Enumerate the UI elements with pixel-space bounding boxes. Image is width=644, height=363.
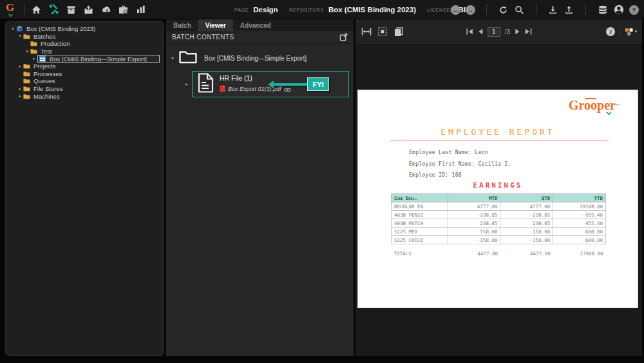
- main-nav: [31, 4, 146, 15]
- tree-item-production[interactable]: Production: [6, 40, 164, 48]
- tree-item-batch-selected[interactable]: ▸ Box [CMIS Binding—Simple Export]: [6, 55, 164, 63]
- topbar-divider: [585, 5, 586, 15]
- table-header-row: Code Desc. MTD QTD YTD: [392, 194, 606, 202]
- tree-item-projects[interactable]: ▸ Projects: [6, 63, 164, 70]
- title-rule: [390, 141, 609, 141]
- logo-text-oo: oo: [584, 98, 597, 112]
- selected-node-box[interactable]: Box [CMIS Binding—Simple Export]: [37, 55, 160, 63]
- expander-icon[interactable]: ▸: [31, 56, 37, 61]
- tree-item-machines[interactable]: ▸ Machines: [6, 92, 164, 100]
- upload-icon[interactable]: [564, 5, 574, 15]
- document-icon: [198, 73, 214, 95]
- open-in-new-icon[interactable]: [339, 33, 348, 41]
- tree-item-queues[interactable]: Queues: [6, 77, 164, 85]
- refresh-icon[interactable]: [498, 5, 509, 15]
- account-icon[interactable]: [613, 5, 624, 15]
- tree-item-label: Processes: [33, 70, 62, 77]
- pages-icon[interactable]: [393, 26, 404, 37]
- imports-icon[interactable]: [100, 4, 111, 15]
- tasks-icon[interactable]: [83, 4, 94, 15]
- cell: -238.85: [448, 211, 500, 219]
- back-icon[interactable]: ←: [451, 5, 460, 15]
- tree-item-file-stores[interactable]: ▸ File Stores: [6, 85, 164, 93]
- top-bar: G: [0, 0, 644, 19]
- expander-icon[interactable]: ▸: [17, 86, 23, 92]
- page-value[interactable]: Design: [253, 6, 278, 14]
- expander-icon[interactable]: ▾: [10, 26, 16, 32]
- info-icon[interactable]: i: [606, 27, 615, 36]
- pdf-icon: [220, 83, 225, 95]
- cell: -955.40: [553, 211, 606, 219]
- tree-item-batches[interactable]: ▾ Batches: [6, 33, 164, 41]
- search-icon[interactable]: [514, 5, 525, 15]
- stats-icon[interactable]: [135, 4, 146, 15]
- utility-bar: ← → ?: [451, 0, 639, 19]
- jobs-icon[interactable]: [118, 4, 129, 15]
- batches-icon[interactable]: [66, 4, 77, 15]
- cell: -150.00: [448, 228, 500, 236]
- tab-advanced[interactable]: Advanced: [233, 19, 278, 31]
- display-settings-icon[interactable]: ▾: [625, 28, 637, 36]
- folder-icon: [23, 78, 31, 84]
- expander-icon[interactable]: ▾: [24, 49, 30, 54]
- folder-icon: [178, 49, 198, 67]
- tree-item-test[interactable]: ▾ Test: [6, 48, 164, 55]
- grooper-logo[interactable]: G: [6, 2, 19, 17]
- database-icon[interactable]: [597, 5, 608, 15]
- next-page-icon[interactable]: [515, 28, 520, 35]
- tree-item-repository-root[interactable]: ▾ Box (CMIS Binding 2023): [6, 25, 164, 33]
- last-page-icon[interactable]: [524, 28, 532, 35]
- fyi-annotation: FYI: [268, 77, 329, 91]
- tree-item-processes[interactable]: Processes: [6, 70, 164, 78]
- previous-page-icon[interactable]: [478, 28, 483, 35]
- topbar-divider: [536, 5, 536, 15]
- logo-trademark: ™: [616, 103, 620, 107]
- select-region-icon[interactable]: [377, 26, 388, 37]
- logo-text: per: [597, 98, 616, 112]
- tab-viewer[interactable]: Viewer: [198, 19, 233, 31]
- forward-icon[interactable]: →: [466, 5, 475, 15]
- tree-item-label: Box (CMIS Binding 2023): [26, 25, 95, 32]
- tree-item-label: File Stores: [33, 85, 62, 92]
- col-ytd: YTD: [553, 194, 606, 202]
- expander-icon[interactable]: ▾: [17, 34, 23, 39]
- table-row: 403B MATCH 238.85 238.85 955.40: [392, 219, 606, 228]
- download-icon[interactable]: [547, 5, 558, 15]
- separator-dot: ·: [421, 6, 422, 14]
- expander-icon[interactable]: ▸: [17, 93, 23, 99]
- folder-icon: [30, 48, 38, 55]
- home-icon[interactable]: [31, 4, 42, 15]
- fit-width-icon[interactable]: [361, 26, 372, 37]
- totals-ytd: 17908.00: [553, 244, 606, 258]
- cell: 4777.00: [500, 202, 553, 211]
- tree-item-label: Production: [41, 40, 70, 47]
- help-icon[interactable]: ?: [629, 5, 639, 15]
- viewer-panel: 1 /3 i ▾ Grooper™: [355, 19, 642, 356]
- totals-qtd: 4477.00: [500, 244, 553, 258]
- repository-value[interactable]: Box (CMIS Binding 2023): [328, 6, 416, 14]
- cell: 238.85: [500, 219, 553, 228]
- tree-item-label: Queues: [33, 77, 55, 84]
- cell: 19108.00: [553, 202, 606, 211]
- page-number-input[interactable]: 1: [488, 27, 500, 37]
- cell: 403B PENSI: [392, 211, 448, 219]
- chevron-down-icon: ▾: [634, 29, 637, 34]
- batch-folder-row[interactable]: ▾ Box [CMIS Binding—Simple Export]: [169, 49, 307, 67]
- expander-icon[interactable]: ▸: [17, 64, 23, 69]
- cell: 238.85: [448, 219, 500, 228]
- folder-icon: [23, 86, 31, 92]
- tab-batch[interactable]: Batch: [166, 19, 198, 31]
- first-page-icon[interactable]: [466, 28, 473, 35]
- cell: -238.85: [500, 211, 553, 219]
- expander-icon[interactable]: ▸: [182, 81, 192, 87]
- separator-dot: ·: [283, 6, 285, 14]
- document-page[interactable]: Grooper™ EMPLOYEE REPORT Employee Last N…: [358, 90, 638, 308]
- cell: -600.00: [553, 236, 606, 244]
- design-icon[interactable]: [48, 4, 59, 15]
- licensee-label: LICENSEE: [427, 7, 453, 13]
- expander-icon[interactable]: ▾: [169, 55, 176, 61]
- cell: 4777.00: [448, 202, 500, 211]
- tree-item-label: Machines: [33, 93, 60, 100]
- cell: REGULAR EA: [392, 202, 448, 211]
- table-row: S125 CHILD -150.00 -150.00 -600.00: [392, 236, 606, 244]
